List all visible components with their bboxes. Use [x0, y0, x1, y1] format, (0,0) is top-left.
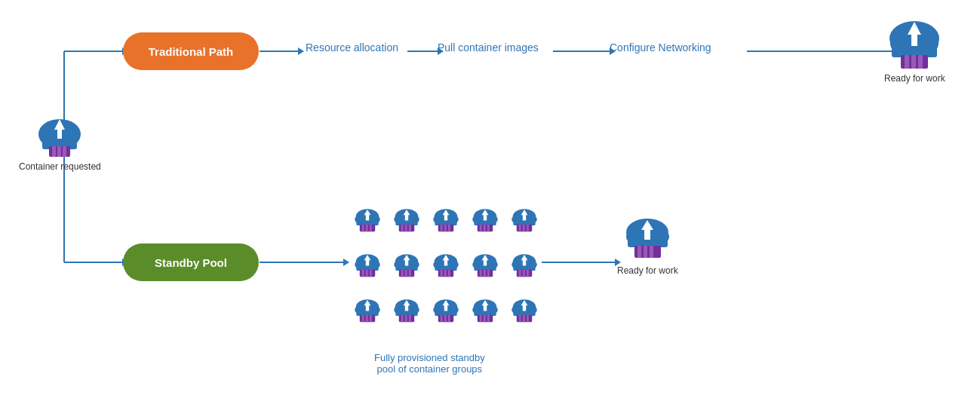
pool-icon-13	[428, 290, 464, 334]
svg-rect-142	[405, 315, 407, 323]
pool-icon-6	[349, 245, 386, 289]
pool-icon-4	[467, 200, 503, 243]
container-requested-label: Container requested	[19, 161, 101, 173]
ready-top-cloud-svg	[887, 17, 942, 70]
diagram-container: Container requested Traditional Path Sta…	[0, 0, 980, 398]
pool-icon-7	[389, 245, 425, 289]
svg-rect-88	[366, 270, 368, 277]
configure-networking-label: Configure Networking	[610, 41, 711, 54]
ready-bottom-cloud-svg	[623, 216, 672, 262]
svg-rect-168	[519, 315, 521, 323]
container-requested-cloud-svg	[36, 113, 83, 158]
traditional-path-pill: Traditional Path	[123, 32, 259, 70]
svg-rect-25	[57, 146, 61, 157]
svg-rect-107	[448, 270, 450, 277]
svg-rect-134	[370, 315, 372, 323]
svg-rect-96	[401, 270, 404, 277]
svg-rect-33	[905, 55, 909, 69]
standby-pool-pill: Standby Pool	[123, 243, 259, 281]
svg-rect-71	[487, 225, 490, 232]
svg-rect-52	[405, 225, 407, 232]
svg-rect-53	[409, 225, 411, 232]
pool-label: Fully provisioned standby pool of contai…	[374, 352, 485, 375]
ready-for-work-bottom-icon: Ready for work	[617, 216, 678, 277]
ready-for-work-top-label: Ready for work	[884, 73, 945, 85]
svg-rect-169	[523, 315, 525, 323]
svg-rect-124	[523, 270, 525, 277]
pool-icon-9	[467, 245, 503, 289]
traditional-path-label: Traditional Path	[149, 45, 234, 58]
svg-rect-160	[484, 315, 486, 323]
svg-rect-123	[519, 270, 521, 277]
svg-rect-151	[444, 315, 447, 323]
ready-for-work-bottom-label: Ready for work	[617, 265, 678, 277]
svg-rect-97	[405, 270, 407, 277]
pool-grid	[349, 200, 542, 334]
svg-rect-26	[63, 146, 66, 157]
svg-rect-89	[370, 270, 372, 277]
svg-rect-24	[52, 146, 56, 157]
svg-rect-115	[484, 270, 486, 277]
svg-rect-106	[444, 270, 447, 277]
svg-rect-69	[480, 225, 482, 232]
pool-icon-2	[389, 200, 425, 243]
svg-marker-15	[343, 259, 349, 266]
svg-rect-114	[480, 270, 482, 277]
container-requested-icon: Container requested	[19, 113, 101, 173]
svg-rect-51	[401, 225, 404, 232]
svg-rect-170	[527, 315, 529, 323]
svg-rect-79	[523, 225, 525, 232]
pool-icon-5	[506, 200, 542, 243]
pool-icon-14	[467, 290, 503, 334]
svg-rect-105	[441, 270, 443, 277]
svg-rect-42	[362, 225, 364, 232]
svg-rect-116	[487, 270, 490, 277]
svg-marker-7	[298, 47, 304, 55]
pool-icon-11	[349, 290, 386, 334]
svg-rect-78	[519, 225, 521, 232]
svg-rect-178	[644, 246, 647, 258]
svg-rect-60	[441, 225, 443, 232]
pool-icon-8	[428, 245, 464, 289]
svg-rect-150	[441, 315, 443, 323]
svg-rect-177	[637, 246, 641, 258]
svg-rect-61	[444, 225, 447, 232]
svg-rect-152	[448, 315, 450, 323]
svg-rect-70	[484, 225, 486, 232]
pool-icon-3	[428, 200, 464, 243]
svg-rect-44	[370, 225, 372, 232]
resource-allocation-label: Resource allocation	[306, 41, 398, 54]
svg-rect-62	[448, 225, 450, 232]
svg-rect-125	[527, 270, 529, 277]
svg-rect-159	[480, 315, 482, 323]
ready-for-work-top-icon: Ready for work	[884, 17, 945, 85]
svg-rect-132	[362, 315, 364, 323]
pool-icon-1	[349, 200, 386, 243]
svg-rect-179	[650, 246, 653, 258]
svg-rect-43	[366, 225, 368, 232]
pool-icon-15	[506, 290, 542, 334]
svg-rect-35	[918, 55, 923, 69]
pool-label-line1: Fully provisioned standby	[374, 352, 485, 363]
svg-rect-133	[366, 315, 368, 323]
standby-pool-label: Standby Pool	[155, 256, 227, 269]
svg-rect-80	[527, 225, 529, 232]
svg-rect-34	[911, 55, 916, 69]
pool-icon-12	[389, 290, 425, 334]
svg-rect-143	[409, 315, 411, 323]
pool-label-line2: pool of container groups	[377, 363, 482, 375]
pool-icon-10	[506, 245, 542, 289]
svg-rect-98	[409, 270, 411, 277]
svg-rect-87	[362, 270, 364, 277]
svg-rect-161	[487, 315, 490, 323]
svg-rect-141	[401, 315, 404, 323]
pull-container-images-label: Pull container images	[438, 41, 539, 54]
